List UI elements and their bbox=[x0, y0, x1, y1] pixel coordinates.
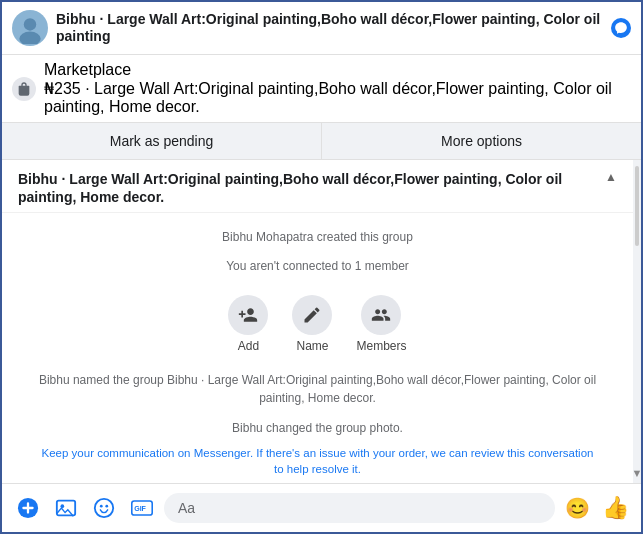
header-title: Bibhu · Large Wall Art:Original painting… bbox=[56, 11, 611, 45]
svg-point-10 bbox=[100, 505, 103, 508]
members-action[interactable]: Members bbox=[356, 295, 406, 353]
text-input[interactable]: Aa bbox=[164, 493, 555, 523]
input-placeholder: Aa bbox=[178, 500, 195, 516]
changed-photo-text: Bibhu changed the group photo. bbox=[18, 419, 617, 437]
mark-pending-button[interactable]: Mark as pending bbox=[2, 123, 322, 159]
members-label: Members bbox=[356, 339, 406, 353]
scroll-up-arrow: ▲ bbox=[605, 170, 617, 184]
group-title-bar: Bibhu · Large Wall Art:Original painting… bbox=[2, 160, 633, 213]
chat-header: Bibhu · Large Wall Art:Original painting… bbox=[2, 2, 641, 55]
action-buttons-row: Mark as pending More options bbox=[2, 123, 641, 160]
more-options-button[interactable]: More options bbox=[322, 123, 641, 159]
svg-rect-7 bbox=[57, 501, 75, 516]
svg-point-1 bbox=[24, 18, 36, 30]
svg-text:GIF: GIF bbox=[134, 505, 146, 512]
marketplace-bar: Marketplace ₦235 · Large Wall Art:Origin… bbox=[2, 55, 641, 123]
named-group-text: Bibhu named the group Bibhu · Large Wall… bbox=[18, 371, 617, 407]
gif-button[interactable]: GIF bbox=[126, 492, 158, 524]
chat-area: Bibhu · Large Wall Art:Original painting… bbox=[2, 160, 633, 483]
system-not-connected: You aren't connected to 1 member bbox=[18, 258, 617, 275]
scrollbar[interactable]: ▼ bbox=[633, 160, 641, 483]
scroll-down-indicator: ▼ bbox=[632, 467, 641, 479]
avatar bbox=[12, 10, 48, 46]
marketplace-label: Marketplace bbox=[44, 61, 631, 79]
members-icon-circle bbox=[361, 295, 401, 335]
emoji-button[interactable]: 😊 bbox=[561, 492, 593, 524]
messenger-icon bbox=[611, 18, 631, 38]
name-icon-circle bbox=[292, 295, 332, 335]
plus-button[interactable] bbox=[12, 492, 44, 524]
image-button[interactable] bbox=[50, 492, 82, 524]
action-icons-row: Add Name bbox=[18, 295, 617, 353]
sticker-button[interactable] bbox=[88, 492, 120, 524]
messenger-window: Bibhu · Large Wall Art:Original painting… bbox=[0, 0, 643, 534]
like-button[interactable]: 👍 bbox=[599, 492, 631, 524]
marketplace-notice: Keep your communication on Messenger. If… bbox=[38, 445, 597, 477]
name-action[interactable]: Name bbox=[292, 295, 332, 353]
marketplace-desc: ₦235 · Large Wall Art:Original painting,… bbox=[44, 79, 631, 116]
scrollbar-thumb bbox=[635, 166, 639, 246]
name-label: Name bbox=[296, 339, 328, 353]
add-icon-circle bbox=[228, 295, 268, 335]
add-action[interactable]: Add bbox=[228, 295, 268, 353]
svg-point-11 bbox=[105, 505, 108, 508]
marketplace-info: Marketplace ₦235 · Large Wall Art:Origin… bbox=[44, 61, 631, 116]
bottom-toolbar: GIF Aa 😊 👍 bbox=[2, 483, 641, 532]
group-title-text: Bibhu · Large Wall Art:Original painting… bbox=[18, 170, 601, 206]
add-label: Add bbox=[238, 339, 259, 353]
svg-point-9 bbox=[95, 499, 113, 517]
marketplace-icon bbox=[12, 77, 36, 101]
system-created: Bibhu Mohapatra created this group bbox=[18, 229, 617, 246]
chat-inner: Bibhu Mohapatra created this group You a… bbox=[2, 213, 633, 483]
